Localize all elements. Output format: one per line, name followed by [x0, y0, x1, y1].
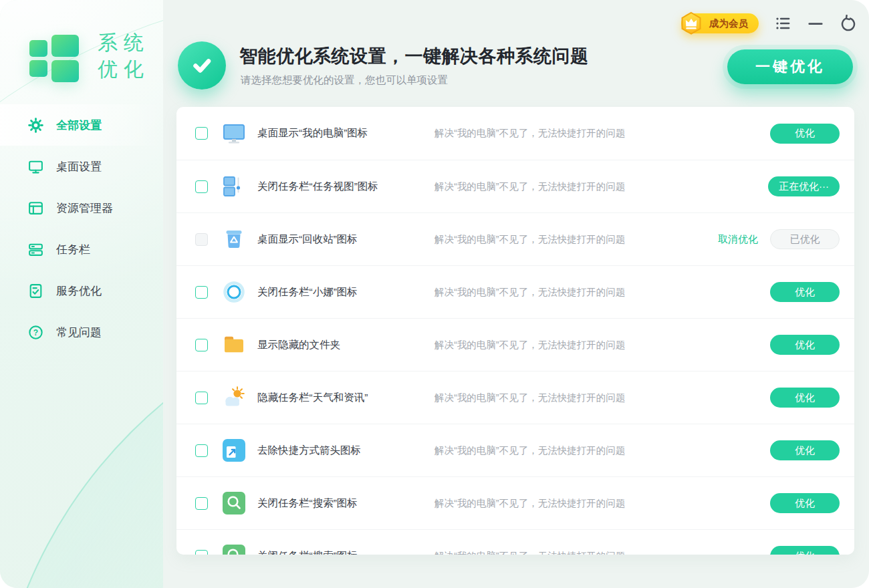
become-member-button[interactable]: 成为会员: [681, 13, 759, 33]
crown-icon: [678, 10, 705, 37]
app-logo: 系统 优化: [24, 27, 150, 86]
optimize-button[interactable]: 优化: [770, 282, 840, 302]
search-icon: [221, 490, 247, 516]
sidebar-item-label: 任务栏: [56, 242, 90, 257]
titlebar-controls: 成为会员: [681, 13, 857, 33]
sidebar-item-all-settings[interactable]: 全部设置: [0, 104, 163, 146]
sidebar-item-explorer[interactable]: 资源管理器: [0, 187, 163, 229]
row-description: 解决“我的电脑”不见了，无法快捷打开的问题: [434, 392, 770, 404]
taskbar-icon: [27, 241, 44, 258]
sidebar-item-desktop-settings[interactable]: 桌面设置: [0, 146, 163, 187]
row-action: 优化: [770, 282, 840, 302]
row-action: 取消优化已优化: [718, 229, 840, 249]
row-title: 关闭任务栏“搜索”图标: [257, 496, 434, 510]
list-item: 桌面显示“回收站”图标解决“我的电脑”不见了，无法快捷打开的问题取消优化已优化: [176, 212, 854, 265]
sidebar: 系统 优化 全部设置 桌面设置 资源管理器 任务栏 服务优化 ?常见问题: [0, 0, 163, 588]
app-window: 系统 优化 全部设置 桌面设置 资源管理器 任务栏 服务优化 ?常见问题: [0, 0, 869, 588]
one-click-optimize-button[interactable]: 一键优化: [727, 49, 853, 84]
sidebar-item-label: 桌面设置: [56, 159, 102, 174]
row-checkbox: [195, 233, 208, 246]
gear-icon: [27, 116, 44, 134]
page-subtitle: 请选择您想要优化的设置，您也可以单项设置: [241, 74, 448, 88]
optimize-button[interactable]: 优化: [770, 493, 840, 513]
sidebar-item-label: 资源管理器: [56, 200, 113, 216]
shortcut-arrow-icon: [221, 438, 247, 463]
row-checkbox[interactable]: [195, 180, 208, 193]
list-item: 关闭任务栏“搜索”图标解决“我的电脑”不见了，无法快捷打开的问题优化: [176, 476, 854, 529]
settings-list: 桌面显示“我的电脑”图标解决“我的电脑”不见了，无法快捷打开的问题优化 关闭任务…: [176, 107, 854, 555]
optimize-button[interactable]: 优化: [770, 388, 840, 408]
row-checkbox[interactable]: [195, 392, 208, 404]
optimizing-button[interactable]: 正在优化···: [768, 176, 840, 196]
settings-list-card: 桌面显示“我的电脑”图标解决“我的电脑”不见了，无法快捷打开的问题优化 关闭任务…: [176, 107, 854, 555]
sidebar-item-faq[interactable]: ?常见问题: [0, 311, 163, 353]
row-action: 优化: [770, 335, 840, 355]
row-description: 解决“我的电脑”不见了，无法快捷打开的问题: [434, 339, 770, 351]
optimize-button[interactable]: 优化: [770, 546, 840, 555]
optimize-button[interactable]: 优化: [770, 440, 840, 460]
row-description: 解决“我的电脑”不见了，无法快捷打开的问题: [434, 286, 770, 299]
optimize-button[interactable]: 优化: [770, 124, 840, 144]
minimize-icon[interactable]: [806, 15, 824, 33]
row-description: 解决“我的电脑”不见了，无法快捷打开的问题: [434, 127, 770, 140]
sidebar-item-taskbar[interactable]: 任务栏: [0, 229, 163, 270]
svg-text:?: ?: [33, 327, 37, 337]
row-title: 显示隐藏的文件夹: [257, 338, 434, 352]
sidebar-item-label: 服务优化: [56, 283, 102, 299]
list-item: 关闭任务栏“任务视图”图标解决“我的电脑”不见了，无法快捷打开的问题正在优化··…: [176, 160, 854, 212]
row-description: 解决“我的电脑”不见了，无法快捷打开的问题: [434, 497, 770, 510]
recycle-bin-icon: [221, 227, 247, 252]
row-description: 解决“我的电脑”不见了，无法快捷打开的问题: [434, 550, 770, 555]
page-title: 智能优化系统设置，一键解决各种系统问题: [239, 44, 589, 68]
question-icon: ?: [27, 323, 44, 341]
list-item: 关闭任务栏“搜索”图标解决“我的电脑”不见了，无法快捷打开的问题优化: [176, 529, 854, 555]
explorer-icon: [27, 199, 44, 216]
row-title: 隐藏任务栏“天气和资讯”: [257, 391, 434, 405]
folder-icon: [221, 332, 247, 357]
row-action: 优化: [770, 388, 840, 408]
task-view-icon: [221, 174, 247, 199]
main-area: 成为会员: [163, 0, 869, 588]
row-description: 解决“我的电脑”不见了，无法快捷打开的问题: [434, 180, 768, 193]
optimized-button: 已优化: [770, 229, 840, 249]
row-checkbox[interactable]: [195, 127, 208, 140]
row-checkbox[interactable]: [195, 444, 208, 457]
app-title: 系统 优化: [98, 29, 150, 82]
row-action: 优化: [770, 546, 840, 555]
row-action: 优化: [770, 493, 840, 513]
sidebar-item-label: 全部设置: [56, 118, 102, 133]
row-description: 解决“我的电脑”不见了，无法快捷打开的问题: [434, 233, 718, 246]
row-checkbox[interactable]: [195, 286, 208, 299]
list-item: 去除快捷方式箭头图标解决“我的电脑”不见了，无法快捷打开的问题优化: [176, 424, 854, 476]
sidebar-item-label: 常见问题: [56, 325, 102, 340]
monitor-icon: [27, 158, 44, 175]
row-action: 优化: [770, 440, 840, 460]
weather-icon: [221, 385, 247, 410]
row-checkbox[interactable]: [195, 550, 208, 555]
list-item: 隐藏任务栏“天气和资讯”解决“我的电脑”不见了，无法快捷打开的问题优化: [176, 371, 854, 424]
row-title: 关闭任务栏“搜索”图标: [257, 549, 434, 555]
menu-list-icon[interactable]: [773, 15, 791, 33]
service-icon: [27, 282, 44, 299]
list-item: 关闭任务栏“小娜”图标解决“我的电脑”不见了，无法快捷打开的问题优化: [176, 265, 854, 318]
my-computer-icon: [221, 121, 247, 146]
sidebar-menu: 全部设置 桌面设置 资源管理器 任务栏 服务优化 ?常见问题: [0, 104, 163, 353]
row-action: 优化: [770, 124, 840, 144]
check-circle-icon: [178, 41, 226, 90]
list-item: 显示隐藏的文件夹解决“我的电脑”不见了，无法快捷打开的问题优化: [176, 318, 854, 371]
row-title: 去除快捷方式箭头图标: [257, 444, 434, 458]
row-description: 解决“我的电脑”不见了，无法快捷打开的问题: [434, 444, 770, 457]
optimize-button[interactable]: 优化: [770, 335, 840, 355]
sidebar-item-service-optimize[interactable]: 服务优化: [0, 270, 163, 311]
undo-icon[interactable]: [839, 15, 857, 33]
row-checkbox[interactable]: [195, 497, 208, 510]
search-icon: [221, 543, 247, 555]
windows-logo-icon: [24, 27, 88, 86]
member-label: 成为会员: [709, 17, 748, 30]
row-action: 正在优化···: [768, 176, 840, 196]
row-title: 关闭任务栏“任务视图”图标: [257, 180, 434, 194]
row-checkbox[interactable]: [195, 339, 208, 351]
row-title: 桌面显示“我的电脑”图标: [257, 126, 434, 140]
cancel-optimize-link[interactable]: 取消优化: [718, 233, 758, 246]
cortana-icon: [221, 279, 247, 305]
